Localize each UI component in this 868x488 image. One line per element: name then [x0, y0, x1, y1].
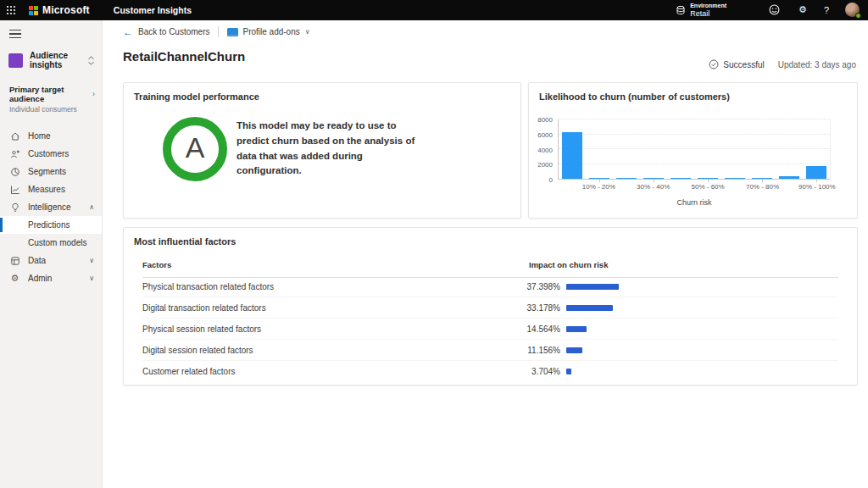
sidebar-item-label: Measures	[28, 185, 65, 194]
influential-factors-card: Most influential factors Factors Impact …	[123, 227, 858, 385]
impact-bar	[566, 347, 582, 353]
factor-label: Physical session related factors	[142, 324, 507, 334]
settings-button[interactable]: ⚙	[793, 4, 813, 15]
feedback-button[interactable]	[769, 4, 789, 15]
x-tick-label: 30% - 40%	[637, 183, 670, 191]
sidebar-item-customers[interactable]: Customers	[0, 145, 102, 163]
impact-value: 14.564%	[507, 324, 560, 334]
back-arrow-icon: ←	[123, 27, 133, 37]
training-card-title: Training model performance	[134, 92, 259, 102]
environment-label: Environment	[690, 3, 726, 9]
factors-column-header: Factors	[142, 260, 529, 269]
sidebar-item-label: Customers	[28, 149, 69, 158]
training-description: This model may be ready to use to predic…	[236, 119, 430, 179]
presence-indicator	[855, 13, 861, 19]
sidebar-item-segments[interactable]: Segments	[0, 163, 102, 180]
success-check-icon	[709, 59, 719, 69]
switcher-icon	[87, 56, 95, 65]
gear-icon: ⚙	[9, 273, 20, 284]
target-audience-subtitle: Individual consumers	[9, 105, 95, 114]
measures-icon	[9, 184, 20, 195]
profile-addons-dropdown[interactable]: Profile add-ons ∨	[227, 27, 309, 36]
back-to-customers-link[interactable]: ← Back to Customers	[123, 27, 209, 37]
impact-value: 11.156%	[507, 346, 560, 355]
churn-likelihood-card: Likelihood to churn (number of customers…	[528, 82, 858, 219]
sidebar-item-label: Admin	[28, 274, 52, 283]
left-navigation: Audience insights Primary target audienc…	[0, 20, 103, 488]
page-title: RetailChannelChurn	[123, 49, 245, 64]
topbar-left: Microsoft Customer Insights	[0, 0, 192, 20]
chart-bar	[562, 132, 582, 179]
model-grade-letter: A	[186, 131, 205, 164]
workspace-color-icon	[8, 53, 23, 68]
impact-bar	[566, 369, 571, 374]
factors-table-header: Factors Impact on churn risk	[142, 260, 838, 278]
gridline	[559, 164, 830, 164]
sidebar-item-measures[interactable]: Measures	[0, 180, 102, 198]
primary-target-audience[interactable]: Primary target audience › Individual con…	[9, 85, 95, 114]
factors-table-body: Physical transaction related factors 37.…	[142, 276, 838, 382]
churn-chart-title: Likelihood to churn (number of customers…	[539, 92, 730, 102]
table-row: Digital session related factors 11.156%	[142, 340, 838, 361]
sidebar-item-label: Custom models	[28, 238, 86, 247]
status-row: Successful Updated: 3 days ago	[709, 59, 856, 69]
workspace-switcher[interactable]: Audience insights	[8, 51, 95, 69]
x-tick-label: 70% - 80%	[746, 183, 779, 191]
nav-collapse-button[interactable]	[9, 30, 21, 38]
smiley-icon	[769, 4, 780, 15]
factor-label: Physical transaction related factors	[142, 282, 507, 291]
waffle-icon	[6, 5, 16, 15]
chart-bar	[616, 178, 637, 179]
chart-bar	[779, 176, 799, 179]
sidebar-item-predictions[interactable]: Predictions	[0, 216, 102, 234]
sidebar-item-admin[interactable]: ⚙ Admin ∨	[0, 269, 102, 287]
sidebar-item-custom-models[interactable]: Custom models	[0, 234, 102, 252]
nav-menu: Home Customers Segments Measures Intelli…	[0, 127, 102, 287]
environment-picker[interactable]: Environment Retail	[676, 3, 726, 18]
impact-column-header: Impact on churn risk	[529, 260, 608, 269]
x-tick-mark	[762, 179, 763, 182]
x-tick-mark	[708, 179, 709, 182]
customers-icon	[9, 148, 20, 159]
impact-bar	[566, 305, 613, 311]
impact-bar	[566, 326, 587, 332]
table-row: Physical session related factors 14.564%	[142, 319, 838, 340]
churn-chart-yaxis: 02000400060008000	[531, 119, 556, 180]
sidebar-item-label: Home	[28, 131, 51, 141]
microsoft-logo[interactable]: Microsoft	[29, 4, 90, 16]
training-performance-card: Training model performance A This model …	[123, 82, 521, 219]
app-title: Customer Insights	[114, 5, 192, 15]
data-icon	[9, 255, 20, 266]
sidebar-item-data[interactable]: Data ∨	[0, 252, 102, 269]
factor-label: Customer related factors	[142, 367, 507, 376]
app-launcher-button[interactable]	[0, 0, 22, 20]
gridline	[559, 134, 830, 135]
impact-value: 37.398%	[507, 282, 560, 291]
factors-card-title: Most influential factors	[134, 236, 236, 247]
sidebar-item-label: Intelligence	[28, 202, 71, 212]
sidebar-item-intelligence[interactable]: Intelligence ∧	[0, 198, 102, 216]
churn-chart-xlabel: Churn risk	[558, 198, 831, 207]
help-icon: ?	[824, 5, 829, 15]
x-tick-mark	[599, 179, 600, 182]
table-row: Customer related factors 3.704%	[142, 361, 838, 382]
target-audience-title: Primary target audience	[9, 85, 92, 103]
back-link-label: Back to Customers	[138, 27, 209, 36]
chevron-down-icon: ∨	[89, 274, 94, 282]
sidebar-item-home[interactable]: Home	[0, 127, 102, 145]
factor-label: Digital transaction related factors	[142, 303, 507, 313]
microsoft-logo-text: Microsoft	[42, 4, 90, 16]
sidebar-item-label: Predictions	[28, 220, 70, 230]
help-button[interactable]: ?	[816, 5, 837, 15]
chart-bar	[725, 178, 745, 179]
home-icon	[9, 130, 20, 141]
user-avatar[interactable]	[845, 3, 860, 17]
main-content: ← Back to Customers Profile add-ons ∨ Re…	[103, 20, 868, 488]
x-tick-label: 90% - 100%	[798, 183, 836, 191]
x-tick-mark	[654, 179, 654, 182]
x-tick-label: 10% - 20%	[582, 183, 615, 191]
workspace-name: Audience insights	[30, 51, 87, 69]
chevron-up-icon: ∧	[89, 203, 94, 211]
factor-label: Digital session related factors	[142, 346, 507, 355]
microsoft-logo-icon	[29, 6, 38, 15]
